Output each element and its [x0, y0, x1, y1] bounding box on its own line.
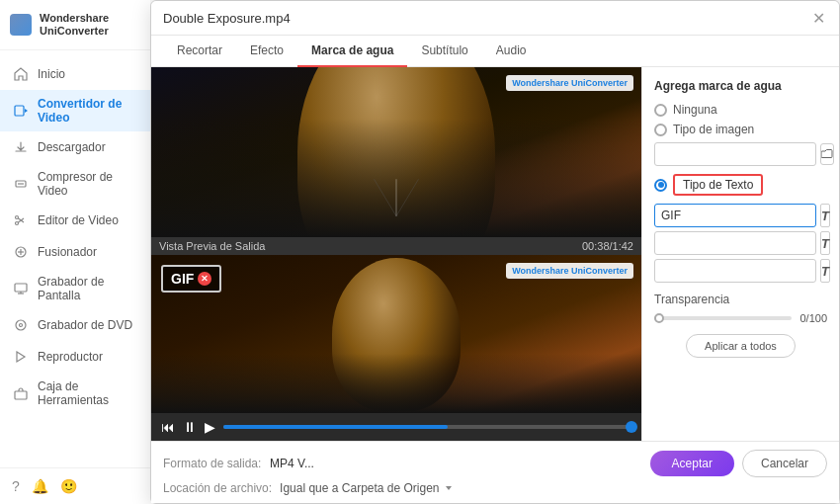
progress-fill [223, 425, 448, 429]
modal-titlebar: Double Exposure.mp4 ✕ [151, 1, 839, 36]
sidebar-item-inicio[interactable]: Inicio [0, 58, 157, 90]
app-title: Wondershare UniConverter [40, 12, 147, 38]
watermark-settings-panel: Agrega marca de agua Ninguna Tipo de ima… [641, 67, 839, 441]
location-dropdown-icon [444, 483, 454, 493]
pause-btn[interactable]: ⏸ [183, 419, 197, 435]
text-watermark-row-1: T [654, 204, 827, 227]
tab-recortar[interactable]: Recortar [163, 36, 236, 67]
text-watermark-input-3[interactable] [654, 259, 816, 283]
preview-timestamp: 00:38/1:42 [582, 240, 633, 252]
sidebar-item-reproductor[interactable]: Reproductor [0, 341, 157, 373]
sidebar-item-label: Editor de Video [38, 213, 119, 227]
text-format-btn-2[interactable]: T [820, 231, 830, 255]
transparency-value: 0/100 [798, 312, 827, 324]
radio-ninguna-circle [654, 104, 667, 117]
sidebar-item-grabador-dvd[interactable]: Grabador de DVD [0, 309, 157, 341]
text-watermark-input-1[interactable] [654, 204, 816, 227]
preview2-watermark: Wondershare UniConverter [506, 263, 633, 279]
modal-wrapper: Double Exposure.mp4 ✕ Recortar Efecto Ma… [150, 0, 840, 504]
location-select[interactable]: Igual que a Carpeta de Origen [280, 481, 453, 495]
radio-tipo-texto-row[interactable]: Tipo de Texto [654, 174, 827, 196]
merge-icon [12, 243, 30, 261]
tab-subtitulo[interactable]: Subtítulo [407, 36, 481, 67]
sidebar-item-fusionador[interactable]: Fusionador [0, 236, 157, 268]
play-icon [12, 348, 30, 366]
sidebar-item-label: Reproductor [38, 350, 103, 364]
gif-watermark[interactable]: GIF ✕ [161, 265, 221, 293]
text-watermark-row-3: T [654, 259, 827, 283]
sidebar-item-descargador[interactable]: Descargador [0, 131, 157, 163]
sidebar-item-editor[interactable]: Editor de Video [0, 205, 157, 236]
transparency-slider[interactable] [654, 316, 792, 320]
app-logo [10, 14, 32, 36]
sidebar-header: Wondershare UniConverter [0, 0, 157, 50]
apply-to-all-btn[interactable]: Aplicar a todos [686, 334, 796, 358]
help-icon[interactable]: ? [12, 478, 20, 494]
browse-folder-btn[interactable] [820, 143, 834, 165]
play-btn[interactable]: ▶ [205, 419, 215, 435]
transparency-bar-wrap: 0/100 [654, 312, 827, 324]
svg-marker-1 [25, 109, 28, 113]
sidebar: Wondershare UniConverter Inicio Co [0, 0, 158, 504]
accept-button[interactable]: Aceptar [650, 451, 734, 476]
sidebar-nav: Inicio Convertidor de Video Descargad [0, 50, 157, 467]
rewind-btn[interactable]: ⏮ [161, 419, 175, 435]
gif-remove-btn[interactable]: ✕ [198, 272, 211, 286]
bottom-bar: Formato de salida: MP4 V... Aceptar Canc… [151, 441, 839, 503]
radio-tipo-imagen[interactable]: Tipo de imagen [654, 123, 827, 136]
sidebar-item-label: Caja de Herramientas [38, 379, 145, 407]
sidebar-item-label: Descargador [38, 140, 106, 154]
watermark-dialog: Double Exposure.mp4 ✕ Recortar Efecto Ma… [150, 0, 840, 504]
tab-efecto[interactable]: Efecto [236, 36, 297, 67]
compress-icon [12, 175, 30, 193]
location-row: Locación de archivo: Igual que a Carpeta… [163, 481, 827, 495]
download-icon [12, 138, 30, 156]
transparency-label: Transparencia [654, 293, 827, 306]
svg-point-12 [16, 320, 26, 330]
svg-rect-9 [15, 284, 27, 292]
sidebar-item-convertidor[interactable]: Convertidor de Video [0, 90, 157, 131]
sidebar-item-compresor[interactable]: Compresor de Video [0, 163, 157, 205]
video-preview-area: Wondershare UniConverter Vista Previa de… [151, 67, 641, 441]
tab-audio[interactable]: Audio [482, 36, 541, 67]
text-format-btn-3[interactable]: T [820, 259, 830, 283]
location-value: Igual que a Carpeta de Origen [280, 481, 439, 495]
user-icon[interactable]: 🙂 [60, 478, 77, 494]
sidebar-item-label: Compresor de Video [38, 170, 145, 198]
radio-imagen-circle [654, 124, 667, 136]
playback-controls: ⏮ ⏸ ▶ [151, 413, 641, 441]
tipo-texto-box-label: Tipo de Texto [673, 174, 763, 196]
preview-label-row: Vista Previa de Salida 00:38/1:42 [151, 237, 641, 255]
video-main-preview: Wondershare UniConverter [151, 67, 641, 237]
preview2-road [151, 354, 641, 413]
apply-btn-wrap: Aplicar a todos [654, 334, 827, 358]
format-value: MP4 V... [270, 457, 314, 470]
notification-icon[interactable]: 🔔 [32, 478, 48, 494]
progress-bar[interactable] [223, 425, 631, 429]
sidebar-item-grabador-pantalla[interactable]: Grabador de Pantalla [0, 268, 157, 309]
svg-rect-0 [15, 106, 24, 116]
svg-rect-15 [15, 391, 27, 399]
road-lines-svg [367, 178, 426, 217]
image-input-row [654, 142, 827, 166]
sidebar-item-label: Inicio [38, 67, 65, 81]
tab-marca-agua[interactable]: Marca de agua [297, 36, 407, 67]
image-path-input[interactable] [654, 142, 816, 166]
format-row: Formato de salida: MP4 V... Aceptar Canc… [163, 450, 827, 477]
toolbox-icon [12, 384, 30, 402]
radio-ninguna[interactable]: Ninguna [654, 103, 827, 117]
gif-text: GIF [171, 271, 194, 287]
text-format-btn-1[interactable]: T [820, 204, 830, 227]
scissors-icon [12, 211, 30, 229]
close-button[interactable]: ✕ [809, 9, 827, 27]
screen-record-icon [12, 280, 30, 297]
sidebar-item-label: Grabador de DVD [38, 318, 132, 332]
svg-marker-24 [446, 486, 452, 490]
text-watermark-input-2[interactable] [654, 231, 816, 255]
video-convert-icon [12, 102, 30, 120]
dvd-icon [12, 316, 30, 334]
video-output-preview: GIF ✕ Wondershare UniConverter [151, 255, 641, 413]
sidebar-item-caja[interactable]: Caja de Herramientas [0, 373, 157, 414]
sidebar-footer: ? 🔔 🙂 [0, 467, 157, 504]
cancel-button[interactable]: Cancelar [742, 450, 827, 477]
